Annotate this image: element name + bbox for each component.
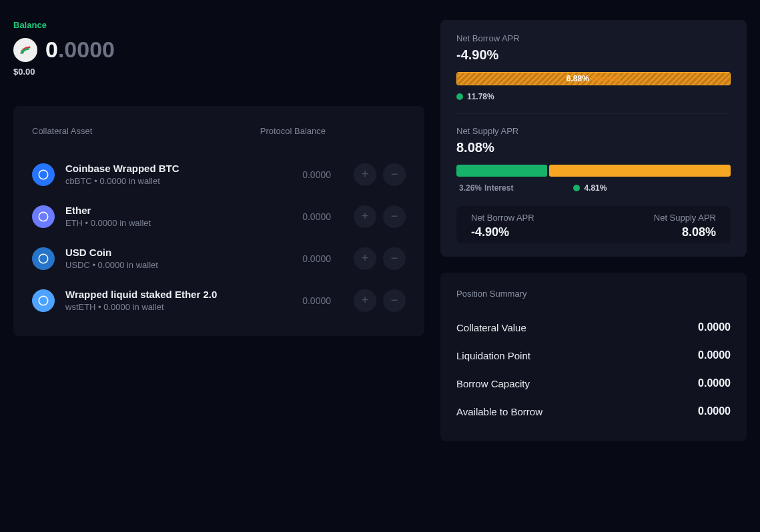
- supply-interest-legend: 3.26%Interest: [456, 183, 513, 193]
- position-summary-title: Position Summary: [456, 289, 731, 299]
- remove-collateral-button[interactable]: −: [383, 163, 406, 186]
- svg-point-3: [39, 296, 48, 305]
- asset-subtext: USDC • 0.0000 in wallet: [65, 260, 260, 270]
- borrow-interest-word: Interest: [592, 74, 621, 83]
- position-key: Collateral Value: [456, 322, 526, 333]
- remove-collateral-button[interactable]: −: [383, 247, 406, 270]
- collateral-panel: Collateral Asset Protocol Balance Coinba…: [13, 106, 424, 336]
- asset-name: Wrapped liquid staked Ether 2.0: [65, 289, 260, 301]
- remove-collateral-button[interactable]: −: [383, 289, 406, 312]
- net-supply-apr-label: Net Supply APR: [456, 126, 731, 136]
- divider: [456, 113, 731, 114]
- add-collateral-button[interactable]: +: [354, 163, 376, 186]
- asset-name: Coinbase Wrapped BTC: [65, 163, 260, 175]
- add-collateral-button[interactable]: +: [354, 205, 376, 228]
- asset-row: Coinbase Wrapped BTCcbBTC • 0.0000 in wa…: [32, 153, 406, 195]
- position-key: Liquidation Point: [456, 350, 530, 361]
- position-row: Available to Borrow0.0000: [456, 397, 731, 425]
- balance-fraction: .0000: [58, 37, 115, 62]
- compact-supply-value: 8.08%: [682, 225, 716, 239]
- asset-row: USD CoinUSDC • 0.0000 in wallet0.0000+−: [32, 237, 406, 279]
- asset-subtext: ETH • 0.0000 in wallet: [65, 218, 260, 228]
- borrow-interest-bar: 6.88% Interest: [456, 72, 731, 85]
- position-key: Borrow Capacity: [456, 378, 530, 389]
- position-row: Borrow Capacity0.0000: [456, 369, 731, 397]
- supply-bar-green: [456, 165, 547, 177]
- balance-amount: 0.0000: [45, 37, 115, 63]
- svg-point-2: [39, 254, 48, 263]
- position-summary-panel: Position Summary Collateral Value0.0000L…: [440, 273, 747, 441]
- balance-row: 0.0000: [13, 37, 424, 63]
- borrow-interest-rate: 6.88%: [566, 74, 589, 83]
- net-supply-apr-value: 8.08%: [456, 140, 731, 155]
- position-row: Collateral Value0.0000: [456, 313, 731, 341]
- protocol-logo-icon: [13, 38, 37, 62]
- col-header-balance: Protocol Balance: [260, 126, 406, 136]
- net-borrow-apr-value: -4.90%: [456, 47, 731, 63]
- remove-collateral-button[interactable]: −: [383, 205, 406, 228]
- supply-bonus-legend: 4.81%: [573, 183, 607, 193]
- asset-icon: [32, 163, 55, 186]
- supply-bar-orange: [549, 165, 731, 177]
- position-key: Available to Borrow: [456, 406, 542, 417]
- asset-icon: [32, 247, 55, 270]
- position-value: 0.0000: [698, 377, 731, 389]
- asset-subtext: wstETH • 0.0000 in wallet: [65, 302, 260, 312]
- borrow-sublegend: 11.78%: [456, 92, 731, 101]
- asset-protocol-balance: 0.0000: [271, 295, 331, 306]
- add-collateral-button[interactable]: +: [354, 289, 376, 312]
- asset-name: Ether: [65, 205, 260, 217]
- asset-icon: [32, 205, 55, 228]
- position-value: 0.0000: [698, 405, 731, 417]
- svg-point-0: [39, 170, 48, 179]
- asset-row: Wrapped liquid staked Ether 2.0wstETH • …: [32, 279, 406, 321]
- balance-label: Balance: [13, 20, 424, 30]
- position-value: 0.0000: [698, 349, 731, 361]
- asset-protocol-balance: 0.0000: [271, 253, 331, 264]
- asset-subtext: cbBTC • 0.0000 in wallet: [65, 176, 260, 186]
- compact-supply-label: Net Supply APR: [654, 213, 716, 223]
- apr-card: Net Borrow APR -4.90% 6.88% Interest 11.…: [440, 20, 747, 257]
- balance-usd: $0.00: [13, 67, 424, 77]
- asset-name: USD Coin: [65, 247, 260, 259]
- asset-protocol-balance: 0.0000: [271, 211, 331, 222]
- asset-row: EtherETH • 0.0000 in wallet0.0000+−: [32, 195, 406, 237]
- compact-borrow-label: Net Borrow APR: [471, 213, 534, 223]
- position-row: Liquidation Point0.0000: [456, 341, 731, 369]
- dot-icon: [456, 93, 463, 100]
- apr-compact-row: Net Borrow APR -4.90% Net Supply APR 8.0…: [456, 206, 731, 243]
- borrow-sub-percent: 11.78%: [467, 92, 494, 101]
- position-value: 0.0000: [698, 321, 731, 333]
- supply-bar: [456, 165, 731, 177]
- asset-icon: [32, 289, 55, 312]
- asset-protocol-balance: 0.0000: [271, 169, 331, 180]
- col-header-asset: Collateral Asset: [32, 126, 92, 136]
- net-borrow-apr-label: Net Borrow APR: [456, 33, 731, 43]
- add-collateral-button[interactable]: +: [354, 247, 376, 270]
- balance-whole: 0: [45, 37, 58, 62]
- svg-point-1: [39, 212, 48, 221]
- compact-borrow-value: -4.90%: [471, 225, 534, 239]
- dot-icon: [573, 185, 580, 191]
